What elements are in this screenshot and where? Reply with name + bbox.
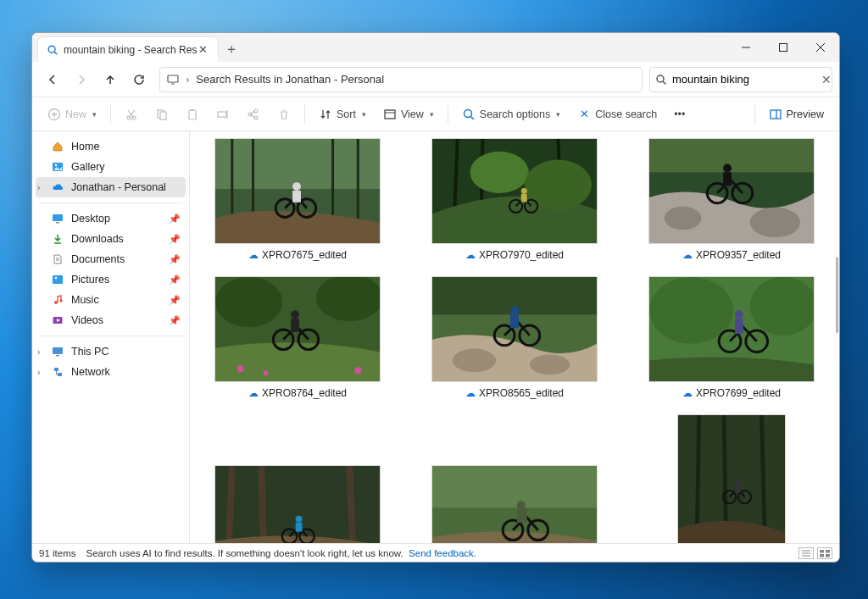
thumbnails-view-button[interactable] [817, 547, 832, 559]
sidebar-item-home[interactable]: Home [36, 136, 186, 157]
file-thumbnail[interactable]: ☁XPRO7970_edited [431, 138, 598, 261]
file-name: ☁XPRO8764_edited [248, 387, 347, 399]
maximize-button[interactable] [765, 33, 802, 62]
status-text: Search uses AI to find results. If somet… [86, 548, 476, 558]
pin-icon[interactable]: 📌 [169, 275, 181, 286]
svg-line-29 [470, 116, 474, 119]
search-options-button[interactable]: Search options▾ [455, 102, 567, 127]
chevron-right-icon[interactable]: › [37, 347, 40, 357]
sidebar-item-gallery[interactable]: Gallery [36, 157, 186, 177]
paste-button[interactable] [179, 102, 206, 127]
gallery-icon [51, 160, 64, 174]
svg-point-56 [292, 182, 301, 191]
sidebar-item-thispc[interactable]: › This PC [36, 341, 186, 362]
clear-search-button[interactable]: ✕ [820, 73, 833, 86]
share-button[interactable] [240, 102, 267, 127]
svg-rect-45 [56, 355, 59, 357]
svg-rect-26 [385, 110, 395, 119]
sidebar-item-music[interactable]: Music 📌 [36, 290, 186, 310]
tab-close-button[interactable]: ✕ [197, 43, 209, 56]
chevron-right-icon[interactable]: › [37, 368, 40, 377]
onedrive-icon [51, 180, 64, 194]
svg-line-16 [128, 110, 134, 118]
new-button[interactable]: New▾ [41, 102, 103, 127]
up-button[interactable] [97, 66, 124, 93]
separator [448, 105, 448, 124]
chevron-down-icon: ▾ [430, 110, 434, 119]
file-thumbnail[interactable] [431, 414, 598, 543]
sidebar-item-personal[interactable]: › Jonathan - Personal [36, 177, 186, 197]
file-thumbnail[interactable]: ☁XPRO8565_edited [431, 276, 598, 399]
search-icon [462, 108, 476, 121]
file-thumbnail[interactable] [214, 414, 381, 543]
delete-button[interactable] [270, 102, 298, 127]
svg-point-74 [723, 164, 732, 173]
preview-button[interactable]: Preview [762, 102, 831, 127]
svg-rect-20 [191, 109, 194, 111]
breadcrumb[interactable]: › Search Results in Jonathan - Personal [159, 67, 643, 92]
file-name: ☁XPRO9357_edited [682, 249, 781, 261]
pin-icon[interactable]: 📌 [169, 295, 181, 306]
image-thumbnail [677, 414, 786, 543]
svg-point-63 [525, 160, 592, 210]
svg-point-33 [55, 164, 58, 167]
minimize-button[interactable] [727, 33, 765, 62]
desktop-icon [51, 212, 64, 225]
svg-rect-47 [58, 373, 62, 376]
more-button[interactable]: ••• [667, 102, 692, 127]
cut-button[interactable] [118, 102, 145, 127]
content-area[interactable]: ☁XPRO7675_edited ☁XPRO7970_edited [190, 131, 839, 543]
item-count: 91 items [39, 548, 75, 558]
separator [754, 105, 755, 124]
sidebar-item-pictures[interactable]: Pictures 📌 [36, 269, 186, 290]
network-icon [51, 365, 64, 379]
svg-rect-93 [510, 314, 519, 328]
tab-search-results[interactable]: mountain biking - Search Res ✕ [37, 36, 219, 62]
pin-icon[interactable]: 📌 [169, 254, 181, 265]
search-input[interactable] [672, 73, 815, 86]
scrollbar-thumb[interactable] [836, 257, 838, 333]
sidebar-item-documents[interactable]: Documents 📌 [36, 249, 186, 269]
new-tab-button[interactable]: ＋ [219, 36, 244, 62]
pin-icon[interactable]: 📌 [169, 315, 181, 326]
cloud-icon: ☁ [248, 387, 259, 399]
pin-icon[interactable]: 📌 [169, 234, 181, 245]
sidebar-item-network[interactable]: › Network [36, 362, 186, 382]
cloud-icon: ☁ [248, 249, 259, 261]
svg-rect-3 [780, 44, 787, 52]
details-view-button[interactable] [798, 547, 814, 559]
forward-button[interactable] [68, 66, 95, 93]
close-window-button[interactable] [802, 33, 839, 62]
send-feedback-link[interactable]: Send feedback. [409, 548, 476, 558]
rename-button[interactable] [209, 102, 236, 127]
search-icon [655, 74, 667, 86]
view-mode-switcher [798, 547, 832, 559]
trash-icon [277, 108, 291, 121]
pin-icon[interactable]: 📌 [169, 214, 181, 225]
sort-button[interactable]: Sort▾ [312, 102, 373, 127]
sidebar-item-downloads[interactable]: Downloads 📌 [36, 229, 186, 249]
close-search-button[interactable]: ✕ Close search [570, 102, 664, 127]
chevron-right-icon[interactable]: › [37, 183, 40, 192]
svg-point-28 [464, 109, 471, 117]
file-thumbnail[interactable]: ☁XPRO9357_edited [648, 138, 815, 261]
svg-point-0 [48, 46, 55, 53]
back-button[interactable] [39, 66, 66, 93]
file-thumbnail[interactable]: ☁XPRO7675_edited [214, 138, 381, 261]
svg-point-66 [521, 188, 527, 194]
view-button[interactable]: View▾ [376, 102, 441, 127]
copy-button[interactable] [148, 102, 175, 127]
refresh-button[interactable] [125, 66, 153, 93]
sidebar-item-desktop[interactable]: Desktop 📌 [36, 208, 186, 229]
search-box[interactable]: ✕ [649, 67, 832, 92]
svg-rect-127 [826, 550, 830, 553]
sidebar-item-videos[interactable]: Videos 📌 [36, 310, 186, 330]
separator [110, 105, 111, 124]
chevron-down-icon: ▾ [362, 110, 366, 119]
file-thumbnail[interactable] [677, 414, 786, 543]
preview-pane-icon [769, 108, 782, 121]
thumbnail-grid: ☁XPRO7675_edited ☁XPRO7970_edited [200, 138, 829, 543]
file-thumbnail[interactable]: ☁XPRO7699_edited [648, 276, 815, 399]
monitor-icon [167, 74, 179, 86]
file-thumbnail[interactable]: ☁XPRO8764_edited [214, 276, 381, 399]
